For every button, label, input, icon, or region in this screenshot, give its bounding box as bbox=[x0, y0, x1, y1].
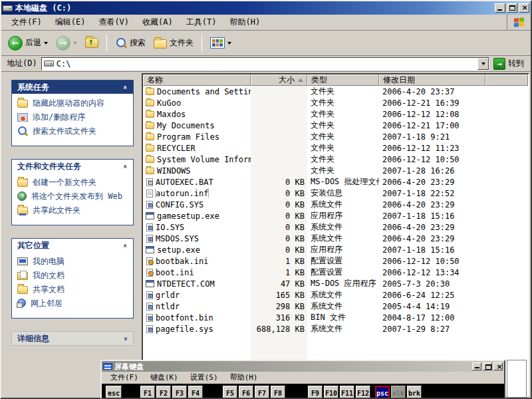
osk-menu-item-file[interactable]: 文件(F) bbox=[106, 372, 143, 382]
osk-menu-item-settings[interactable]: 设置(S) bbox=[186, 372, 223, 382]
file-name-cell[interactable]: NTDETECT.COM bbox=[143, 279, 251, 289]
up-button[interactable] bbox=[82, 36, 101, 50]
column-header-type[interactable]: 类型 bbox=[307, 74, 379, 86]
chevron-up-icon[interactable]: « bbox=[121, 164, 130, 169]
file-name-cell[interactable]: boot.ini bbox=[143, 268, 251, 277]
table-row[interactable]: NTDETECT.COM47 KBMS-DOS 应用程序2005-7-3 20:… bbox=[143, 278, 528, 289]
table-row[interactable]: MSDOS.SYS0 KB系统文件2006-4-20 23:29 bbox=[143, 233, 528, 244]
minimize-button[interactable] bbox=[495, 3, 505, 13]
file-name-cell[interactable]: ntldr bbox=[143, 302, 251, 311]
file-name-cell[interactable]: Program Files bbox=[143, 132, 251, 142]
table-row[interactable]: Program Files文件夹2007-1-18 9:21 bbox=[143, 131, 528, 142]
task-link[interactable]: 添加/删除程序 bbox=[17, 112, 130, 122]
column-header-date-modified[interactable]: 修改日期 bbox=[379, 74, 485, 86]
file-name-cell[interactable]: System Volume Information bbox=[143, 155, 251, 164]
table-row[interactable]: autorun.inf0 KB安装信息2007-1-18 22:52 bbox=[143, 188, 528, 199]
panel-header-other-places[interactable]: 其它位置« bbox=[12, 239, 133, 252]
menu-item-tools[interactable]: 工具(T) bbox=[180, 15, 223, 29]
go-button[interactable]: → 转到 bbox=[493, 58, 528, 70]
table-row[interactable]: RECYCLER文件夹2006-12-12 11:23 bbox=[143, 142, 528, 154]
table-row[interactable]: bootbak.ini1 KB配置设置2006-12-12 10:50 bbox=[143, 255, 528, 267]
key-psc[interactable]: psc bbox=[375, 386, 390, 399]
key-F4[interactable]: F4 bbox=[188, 386, 203, 399]
table-row[interactable]: boot.ini1 KB配置设置2006-12-12 13:34 bbox=[143, 267, 528, 278]
chevron-up-icon[interactable]: « bbox=[121, 243, 130, 248]
file-name-cell[interactable]: RECYCLER bbox=[143, 144, 251, 153]
key-F11[interactable]: F11 bbox=[340, 386, 354, 399]
file-name-cell[interactable]: pagefile.sys bbox=[143, 325, 251, 334]
column-header-blank[interactable] bbox=[485, 74, 528, 86]
column-header-name[interactable]: 名称 bbox=[143, 74, 251, 86]
task-link[interactable]: 搜索文件或文件夹 bbox=[17, 126, 130, 136]
table-row[interactable]: ntldr298 KB系统文件2005-4-4 14:19 bbox=[143, 301, 528, 312]
task-link[interactable]: 共享文档 bbox=[17, 285, 130, 294]
views-button[interactable] bbox=[207, 35, 234, 51]
table-row[interactable]: Maxdos文件夹2006-12-12 12:08 bbox=[143, 108, 528, 120]
address-combo[interactable] bbox=[41, 57, 489, 70]
key-F6[interactable]: F6 bbox=[239, 386, 253, 399]
maximize-button[interactable] bbox=[507, 3, 517, 13]
task-link[interactable]: 网上邻居 bbox=[17, 299, 130, 308]
table-row[interactable]: pagefile.sys688,128 KB系统文件2007-1-29 8:27 bbox=[143, 323, 528, 334]
task-link[interactable]: 共享此文件夹 bbox=[17, 205, 130, 215]
table-row[interactable]: grldr165 KB系统文件2006-6-24 12:25 bbox=[143, 289, 528, 301]
table-row[interactable]: My Documents文件夹2006-12-21 17:00 bbox=[143, 120, 528, 131]
key-esc[interactable]: esc bbox=[106, 386, 122, 399]
file-name-cell[interactable]: Maxdos bbox=[143, 110, 251, 119]
file-name-cell[interactable]: grldr bbox=[143, 291, 251, 300]
key-F12[interactable]: F12 bbox=[356, 386, 370, 399]
table-row[interactable]: CONFIG.SYS0 KB系统文件2006-4-20 23:29 bbox=[143, 199, 528, 210]
osk-menu-item-keyboard[interactable]: 键盘(K) bbox=[146, 372, 183, 382]
file-name-cell[interactable]: gamesetup.exe bbox=[143, 211, 251, 221]
key-F1[interactable]: F1 bbox=[140, 386, 155, 399]
folders-button[interactable]: 文件夹 bbox=[151, 35, 196, 51]
key-slk[interactable]: slk bbox=[391, 386, 406, 399]
file-name-cell[interactable]: WINDOWS bbox=[143, 166, 251, 176]
table-row[interactable]: bootfont.bin316 KBBIN 文件2004-8-17 12:00 bbox=[143, 312, 528, 323]
column-header-size[interactable]: 大小 bbox=[251, 74, 307, 86]
menu-item-edit[interactable]: 编辑(E) bbox=[49, 15, 92, 29]
file-name-cell[interactable]: autorun.inf bbox=[143, 189, 251, 198]
address-input[interactable] bbox=[54, 59, 477, 69]
file-name-cell[interactable]: Documents and Settings bbox=[143, 87, 251, 96]
key-F10[interactable]: F10 bbox=[324, 386, 338, 399]
back-button[interactable]: ← 后退 bbox=[5, 34, 51, 53]
panel-header-file-folder-tasks[interactable]: 文件和文件夹任务« bbox=[12, 160, 133, 173]
file-name-cell[interactable]: MSDOS.SYS bbox=[143, 234, 251, 243]
menu-item-help[interactable]: 帮助(H) bbox=[223, 15, 266, 29]
search-button[interactable]: 搜索 bbox=[112, 35, 148, 51]
osk-minimize-button[interactable] bbox=[472, 362, 481, 370]
key-F3[interactable]: F3 bbox=[172, 386, 187, 399]
panel-header-details[interactable]: 详细信息« bbox=[12, 332, 133, 345]
osk-menu-item-help[interactable]: 帮助(H) bbox=[225, 372, 263, 382]
address-dropdown-button[interactable] bbox=[477, 58, 489, 70]
task-link[interactable]: 我的电脑 bbox=[17, 257, 130, 266]
menu-item-favorites[interactable]: 收藏(A) bbox=[136, 15, 179, 29]
osk-title-bar[interactable]: 屏幕键盘 × bbox=[102, 361, 504, 372]
forward-dropdown-icon[interactable] bbox=[73, 42, 77, 45]
key-F8[interactable]: F8 bbox=[271, 386, 285, 399]
file-name-cell[interactable]: AUTOEXEC.BAT bbox=[143, 178, 251, 187]
panel-header-system-tasks[interactable]: 系统任务« bbox=[12, 80, 133, 94]
back-dropdown-icon[interactable] bbox=[44, 42, 48, 45]
osk-maximize-button[interactable] bbox=[483, 362, 492, 370]
file-name-cell[interactable]: bootbak.ini bbox=[143, 257, 251, 266]
task-link[interactable]: 将这个文件夹发布到 Web bbox=[17, 192, 130, 201]
title-bar[interactable]: 本地磁盘 (C:) × bbox=[1, 1, 531, 15]
key-F5[interactable]: F5 bbox=[223, 386, 237, 399]
osk-close-button[interactable]: × bbox=[493, 362, 503, 370]
file-name-cell[interactable]: IO.SYS bbox=[143, 223, 251, 232]
key-F9[interactable]: F9 bbox=[308, 386, 323, 399]
key-F7[interactable]: F7 bbox=[255, 386, 269, 399]
table-row[interactable]: setup.exe0 KB应用程序2007-1-18 15:16 bbox=[143, 244, 528, 255]
views-dropdown-icon[interactable] bbox=[227, 42, 231, 45]
menu-item-view[interactable]: 查看(V) bbox=[92, 15, 135, 29]
chevron-up-icon[interactable]: « bbox=[121, 85, 130, 90]
task-link[interactable]: 我的文档 bbox=[17, 271, 130, 280]
table-row[interactable]: WINDOWS文件夹2007-1-28 16:26 bbox=[143, 165, 528, 176]
chevron-down-icon[interactable]: « bbox=[121, 336, 130, 341]
forward-button[interactable]: → bbox=[53, 34, 80, 53]
table-row[interactable]: IO.SYS0 KB系统文件2006-4-20 23:29 bbox=[143, 221, 528, 233]
table-row[interactable]: KuGoo文件夹2006-12-21 16:39 bbox=[143, 97, 528, 108]
menu-item-file[interactable]: 文件(F) bbox=[5, 15, 48, 29]
